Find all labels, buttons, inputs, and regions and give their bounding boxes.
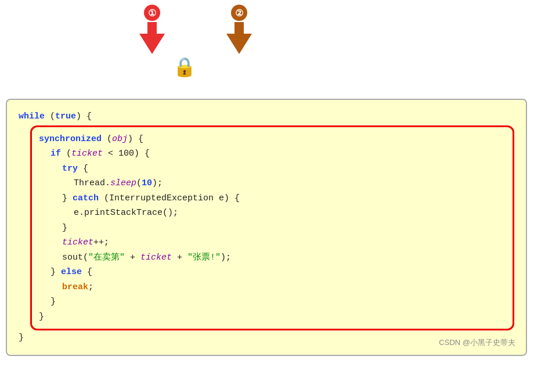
else-line: } else { xyxy=(50,265,506,280)
if-line: if (ticket < 100) { xyxy=(50,146,506,161)
arrow-2-icon xyxy=(226,22,252,54)
sleep-line: Thread.sleep(10); xyxy=(74,176,506,191)
close-try: } xyxy=(62,221,506,236)
sync-keyword: synchronized xyxy=(39,134,102,144)
svg-marker-0 xyxy=(139,22,165,54)
arrow-2: ② xyxy=(226,5,252,54)
close-else: } xyxy=(50,294,506,310)
lock-icon: 🔒 xyxy=(173,59,196,78)
arrow-1-label: ① xyxy=(144,5,160,21)
while-line: while (true) { xyxy=(19,109,514,124)
sout-line: sout("在卖第" + ticket + "张票!"); xyxy=(62,250,506,265)
try-line: try { xyxy=(62,161,506,177)
code-block: while (true) { synchronized (obj) { if (… xyxy=(19,109,514,346)
arrow-2-label: ② xyxy=(231,5,247,21)
svg-marker-1 xyxy=(226,22,252,54)
print-line: e.printStackTrace(); xyxy=(74,206,506,221)
close-sync: } xyxy=(39,310,506,325)
while-keyword: while xyxy=(19,112,45,121)
catch-line: } catch (InterruptedException e) { xyxy=(62,191,506,206)
code-container: while (true) { synchronized (obj) { if (… xyxy=(6,99,527,356)
sync-line: synchronized (obj) { xyxy=(39,132,506,147)
watermark: CSDN @小黑子史带夫 xyxy=(439,337,515,348)
arrow-1: ① xyxy=(139,5,165,54)
synchronized-block: synchronized (obj) { if (ticket < 100) {… xyxy=(30,125,514,331)
arrow-1-icon xyxy=(139,22,165,54)
ticket-inc: ticket++; xyxy=(62,235,506,250)
break-line: break; xyxy=(62,280,506,295)
